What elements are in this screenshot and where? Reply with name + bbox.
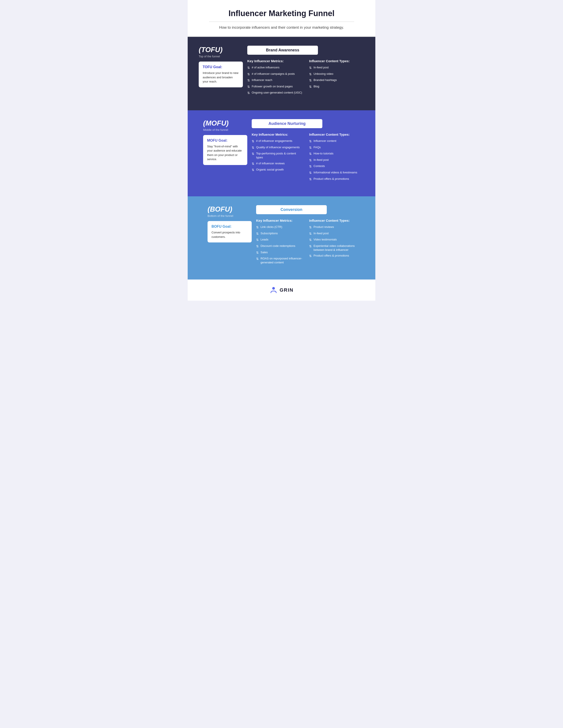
mofu-metric-text-3: Top-performing posts & content types [256, 152, 303, 159]
tofu-metric-text-5: Ongoing user-generated content (UGC) [252, 91, 302, 95]
bofu-section-title: Conversion [256, 205, 327, 214]
tofu-content-3: ⇅ Branded hashtags [309, 78, 364, 83]
mofu-bullet-4: ⇅ [252, 162, 254, 166]
mofu-content-7: ⇅ Product offers & promotions [309, 177, 360, 182]
mofu-bullet-3: ⇅ [252, 152, 254, 156]
mofu-bullet-5: ⇅ [252, 168, 254, 172]
tofu-metrics-heading: Key Influencer Metrics: [247, 59, 303, 63]
mofu-content-4: ⇅ In-feed post [309, 158, 360, 163]
mofu-metrics-heading: Key Influencer Metrics: [252, 133, 303, 136]
mofu-content-bullet-4: ⇅ [309, 158, 312, 163]
page-title: Influencer Marketing Funnel [201, 9, 362, 18]
bofu-content-4: ⇅ Experiential video collaborations betw… [309, 244, 356, 252]
mofu-metric-text-2: Quality of influencer engagements [256, 145, 300, 149]
mofu-right: Audience Nurturing Key Influencer Metric… [252, 119, 360, 183]
grin-brand-text: GRIN [280, 287, 294, 293]
mofu-metric-text-4: # of influencer reviews [256, 161, 285, 165]
tofu-content-text-3: Branded hashtags [314, 78, 337, 82]
tofu-inner: (TOFU) Top of the funnel TOFU Goal: Intr… [199, 46, 364, 97]
mofu-bullet-2: ⇅ [252, 146, 254, 150]
grin-logo: GRIN [269, 286, 294, 294]
tofu-metric-4: ⇅ Follower growth on brand pages [247, 84, 303, 89]
tofu-goal-title: TOFU Goal: [203, 65, 239, 69]
bofu-goal-title: BOFU Goal: [211, 225, 248, 229]
mofu-content-6: ⇅ Informational videos & livestreams [309, 171, 360, 175]
bofu-content-5: ⇅ Product offers & promotions [309, 254, 356, 258]
bofu-content-text-5: Product offers & promotions [314, 254, 349, 258]
tofu-left: (TOFU) Top of the funnel TOFU Goal: Intr… [199, 46, 243, 87]
tofu-metrics-grid: Key Influencer Metrics: ⇅ # of active in… [247, 59, 364, 97]
bofu-metric-text-6: ROAS on repurposed influencer-generated … [260, 257, 303, 265]
bofu-content-1: ⇅ Product reviews [309, 225, 356, 230]
header-divider [209, 22, 354, 22]
tofu-title-box: Brand Awareness [247, 46, 364, 59]
bofu-content-3: ⇅ Video testimonials [309, 238, 356, 242]
bofu-content-text-1: Product reviews [314, 225, 334, 229]
bofu-metric-3: ⇅ Leads [256, 238, 303, 242]
mofu-content-bullet-1: ⇅ [309, 139, 312, 144]
tofu-metric-2: ⇅ # of influencer campaigns & posts [247, 72, 303, 77]
header: Influencer Marketing Funnel How to incor… [188, 0, 375, 37]
mofu-section-title: Audience Nurturing [252, 119, 322, 128]
mofu-bullet-1: ⇅ [252, 139, 254, 144]
mofu-label: (MOFU) [203, 119, 247, 127]
mofu-content-bullet-3: ⇅ [309, 152, 312, 156]
bofu-inner: (BOFU) Bottom of the funnel BOFU Goal: C… [207, 205, 356, 266]
content-bullet-4: ⇅ [309, 85, 312, 89]
bofu-metric-text-3: Leads [260, 238, 268, 242]
mofu-metric-3: ⇅ Top-performing posts & content types [252, 152, 303, 159]
bofu-bullet-5: ⇅ [256, 251, 259, 255]
mofu-content-bullet-6: ⇅ [309, 171, 312, 175]
bofu-sublabel: Bottom of the funnel [207, 214, 252, 218]
bofu-content-text-2: In-feed post [314, 231, 329, 235]
bofu-title-box-wrap: Conversion [256, 205, 356, 219]
bofu-section: (BOFU) Bottom of the funnel BOFU Goal: C… [188, 196, 375, 280]
tofu-metrics-col: Key Influencer Metrics: ⇅ # of active in… [247, 59, 303, 97]
tofu-metric-text-1: # of active influencers [252, 66, 279, 69]
bofu-label: (BOFU) [207, 205, 252, 213]
tofu-metric-text-4: Follower growth on brand pages [252, 84, 293, 88]
content-bullet-3: ⇅ [309, 78, 312, 83]
bofu-bullet-1: ⇅ [256, 225, 259, 230]
bofu-content-text-4: Experiential video collaborations betwee… [314, 244, 356, 252]
bofu-metric-2: ⇅ Subscriptions [256, 231, 303, 236]
bofu-metric-6: ⇅ ROAS on repurposed influencer-generate… [256, 257, 303, 265]
bullet-icon-5: ⇅ [247, 91, 250, 95]
mofu-content-text-2: FAQs [314, 145, 321, 149]
bofu-metric-text-1: Link clicks (CTR) [260, 225, 282, 229]
bofu-content-bullet-3: ⇅ [309, 238, 312, 242]
bofu-metric-text-4: Discount code redemptions [260, 244, 296, 248]
bofu-content-bullet-4: ⇅ [309, 244, 312, 249]
bofu-metric-4: ⇅ Discount code redemptions [256, 244, 303, 249]
tofu-metric-5: ⇅ Ongoing user-generated content (UGC) [247, 91, 303, 95]
mofu-metrics-col: Key Influencer Metrics: ⇅ # of influence… [252, 133, 303, 183]
bofu-content-bullet-2: ⇅ [309, 232, 312, 236]
mofu-metric-4: ⇅ # of influencer reviews [252, 161, 303, 166]
mofu-inner: (MOFU) Middle of the funnel MOFU Goal: S… [203, 119, 360, 183]
mofu-content-bullet-5: ⇅ [309, 164, 312, 169]
bofu-goal-box: BOFU Goal: Convert prospects into custom… [207, 221, 252, 242]
bullet-icon-4: ⇅ [247, 85, 250, 89]
grin-icon [269, 286, 277, 294]
bofu-metric-1: ⇅ Link clicks (CTR) [256, 225, 303, 230]
tofu-content-text-4: Blog [314, 84, 319, 88]
mofu-content-text-6: Informational videos & livestreams [314, 171, 357, 174]
tofu-section: (TOFU) Top of the funnel TOFU Goal: Intr… [188, 37, 375, 110]
mofu-content-2: ⇅ FAQs [309, 145, 360, 150]
mofu-content-3: ⇅ How-to tutorials [309, 152, 360, 156]
bofu-content-bullet-5: ⇅ [309, 254, 312, 258]
bofu-bullet-3: ⇅ [256, 238, 259, 242]
mofu-content-1: ⇅ Influencer content [309, 139, 360, 144]
mofu-content-text-3: How-to tutorials [314, 152, 334, 156]
tofu-content-text-2: Unboxing video [314, 72, 334, 76]
mofu-left: (MOFU) Middle of the funnel MOFU Goal: S… [203, 119, 247, 165]
mofu-content-heading: Influencer Content Types: [309, 133, 360, 136]
mofu-metric-text-1: # of influencer engagements [256, 139, 292, 143]
bullet-icon-1: ⇅ [247, 66, 250, 70]
mofu-content-text-5: Contests [314, 164, 325, 168]
bofu-goal-text: Convert prospects into customers. [211, 230, 248, 239]
footer: GRIN [188, 280, 375, 301]
tofu-metric-text-2: # of influencer campaigns & posts [252, 72, 295, 76]
mofu-goal-text: Stay "front-of-mind" with your audience … [207, 144, 243, 161]
tofu-content-heading: Influencer Content Types: [309, 59, 364, 63]
